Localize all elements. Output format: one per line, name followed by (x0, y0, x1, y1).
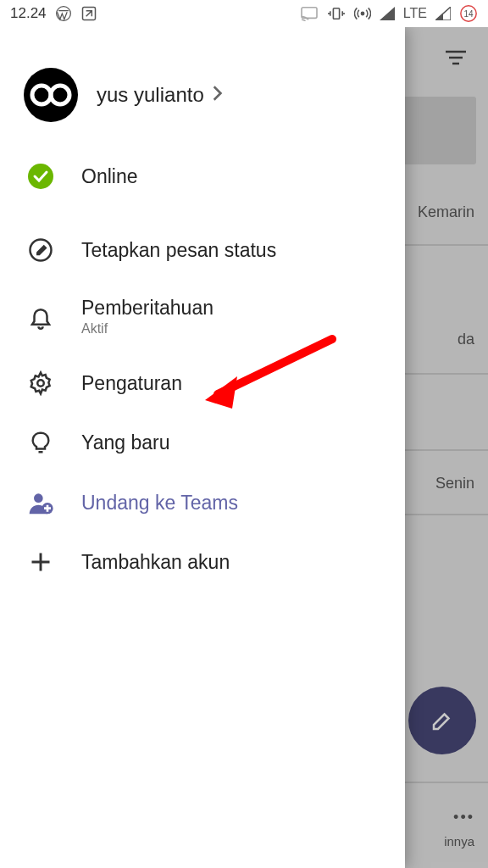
whats-new-row[interactable]: Yang baru (0, 413, 405, 472)
svg-point-11 (34, 493, 43, 503)
notifications-label: Pemberitahuan (81, 297, 214, 320)
set-status-label: Tetapkan pesan status (81, 239, 276, 262)
profile-row[interactable]: yus yulianto (0, 68, 405, 146)
notifications-sublabel: Aktif (81, 321, 214, 337)
lightbulb-icon (24, 430, 58, 455)
add-account-row[interactable]: Tambahkan akun (0, 533, 405, 591)
gear-icon (24, 370, 58, 396)
bell-icon (24, 304, 58, 330)
svg-rect-3 (333, 8, 339, 19)
signal-icon-1 (380, 7, 395, 20)
whats-new-label: Yang baru (81, 431, 169, 454)
clock-label: 12.24 (10, 5, 47, 22)
presence-label: Online (81, 165, 137, 188)
nav-drawer: yus yulianto Online Tetapkan pesan statu… (0, 27, 405, 868)
svg-point-10 (37, 380, 44, 387)
person-add-icon (24, 489, 58, 516)
svg-point-6 (32, 86, 51, 104)
network-type-label: LTE (403, 6, 427, 21)
plus-icon (24, 550, 58, 574)
settings-label: Pengaturan (81, 372, 182, 395)
battery-icon: 14 (459, 4, 478, 23)
hotspot-icon (354, 5, 371, 22)
signal-icon-2 (435, 7, 451, 20)
chevron-right-icon (211, 84, 223, 106)
set-status-message-row[interactable]: Tetapkan pesan status (0, 220, 405, 280)
wordpress-icon (55, 5, 72, 22)
svg-point-7 (51, 86, 69, 104)
avatar (24, 68, 78, 122)
settings-row[interactable]: Pengaturan (0, 353, 405, 413)
online-status-icon (24, 163, 58, 190)
notifications-row[interactable]: Pemberitahuan Aktif (0, 280, 405, 353)
profile-name: yus yulianto (97, 83, 204, 107)
edit-status-icon (24, 237, 58, 263)
cast-icon (300, 6, 319, 21)
app-icon (80, 5, 97, 22)
invite-to-teams-row[interactable]: Undang ke Teams (0, 472, 405, 533)
svg-point-8 (28, 164, 53, 189)
presence-status-row[interactable]: Online (0, 146, 405, 207)
vibrate-icon (327, 6, 346, 21)
invite-label: Undang ke Teams (81, 492, 238, 515)
add-account-label: Tambahkan akun (81, 551, 230, 574)
status-bar: 12.24 LTE 14 (0, 0, 488, 27)
svg-point-4 (361, 12, 363, 14)
